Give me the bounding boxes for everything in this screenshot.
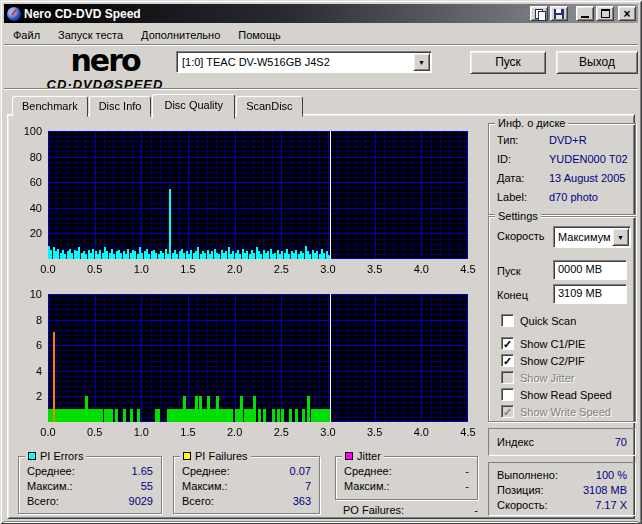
checkbox-label: Show Write Speed	[520, 406, 611, 418]
disc-label-value: d70 photo	[549, 191, 598, 203]
checkbox-label: Show C1/PIE	[520, 338, 585, 350]
title-bar: Nero CD-DVD Speed ×	[4, 4, 638, 23]
pages-icon	[535, 9, 544, 19]
speed-status-value: 7.17 X	[595, 499, 627, 511]
y-axis-tick-label: 60	[8, 176, 42, 188]
stat-label: Максим.:	[182, 480, 228, 492]
stat-value: 9029	[129, 495, 153, 507]
pi-errors-color-swatch	[28, 452, 36, 460]
disc-label-label: Label:	[497, 191, 527, 203]
stat-label: Среднее:	[27, 465, 75, 477]
window-title: Nero CD-DVD Speed	[24, 7, 528, 21]
y-axis-tick-label: 6	[8, 339, 42, 351]
exit-button[interactable]: Выход	[556, 51, 638, 74]
y-axis-tick-label: 10	[8, 288, 42, 300]
drive-select[interactable]: [1:0] TEAC DV-W516GB J4S2 ▼	[176, 51, 432, 73]
nero-logo: nero CD·DVDØSPEED	[30, 46, 180, 91]
speed-select[interactable]: Максимум ▼	[553, 226, 631, 248]
settings-group: Settings Скорость Максимум ▼ Пуск 0000 M…	[488, 216, 636, 422]
x-axis-tick-label: 1.5	[173, 426, 203, 438]
stat-value: 1.65	[132, 465, 153, 477]
speed-select-arrow[interactable]: ▼	[612, 228, 629, 246]
index-value: 70	[615, 436, 627, 448]
menu-run-test[interactable]: Запуск теста	[49, 27, 132, 43]
copy-report-button[interactable]	[530, 6, 548, 21]
drive-select-arrow[interactable]: ▼	[413, 53, 430, 71]
stat-value: 0.07	[290, 465, 311, 477]
stat-label: Максим.:	[344, 480, 390, 492]
x-axis-tick-label: 0.5	[80, 263, 110, 275]
stat-value: -	[465, 465, 469, 477]
y-axis-tick-label: 8	[8, 314, 42, 326]
disc-type-label: Тип:	[497, 134, 518, 146]
x-axis-tick-label: 3.0	[313, 263, 343, 275]
tab-disc-info[interactable]: Disc Info	[89, 96, 152, 117]
disc-date-value: 13 August 2005	[549, 172, 625, 184]
x-axis-tick-label: 2.0	[220, 263, 250, 275]
menu-help[interactable]: Помощь	[229, 27, 290, 43]
quick-scan-checkbox[interactable]: Quick Scan	[501, 314, 576, 327]
show-c1-pie-checkbox[interactable]: Show C1/PIE	[501, 337, 585, 350]
test-status-panel: Выполнено:100 % Позиция:3108 MB Скорость…	[488, 462, 636, 516]
start-button[interactable]: Пуск	[470, 51, 546, 74]
x-axis-tick-label: 1.5	[173, 263, 203, 275]
tab-scandisc[interactable]: ScanDisc	[236, 96, 302, 117]
disc-info-title: Инф. о диске	[495, 117, 568, 129]
maximize-button[interactable]	[596, 6, 614, 21]
stat-value: 55	[141, 480, 153, 492]
checkbox-box	[501, 314, 514, 327]
app-icon	[7, 7, 21, 21]
minimize-button[interactable]	[576, 6, 594, 21]
position-label: Позиция:	[497, 484, 544, 496]
scan-start-label: Пуск	[497, 265, 521, 277]
show-c2-pif-checkbox[interactable]: Show C2/PIF	[501, 354, 585, 367]
jitter-color-swatch	[345, 452, 353, 460]
x-axis-tick-label: 4.0	[406, 426, 436, 438]
speed-status-label: Скорость:	[497, 499, 548, 511]
tab-disc-quality[interactable]: Disc Quality	[152, 94, 235, 119]
menu-file[interactable]: Файл	[4, 27, 49, 43]
save-button[interactable]	[550, 6, 568, 21]
checkbox-box	[501, 388, 514, 401]
show-read-speed-checkbox[interactable]: Show Read Speed	[501, 388, 612, 401]
chevron-down-icon: ▼	[617, 234, 624, 241]
settings-title: Settings	[495, 210, 541, 222]
disc-id-value: YUDEN000 T02	[549, 153, 628, 165]
pi-errors-title-text: PI Errors	[40, 450, 83, 462]
window-bottom-groove	[4, 521, 638, 523]
tab-benchmark[interactable]: Benchmark	[12, 96, 88, 117]
scan-end-input[interactable]: 3109 MB	[553, 284, 627, 304]
drive-select-value: [1:0] TEAC DV-W516GB J4S2	[177, 56, 413, 68]
show-write-speed-checkbox: Show Write Speed	[501, 405, 611, 418]
y-axis-tick-label: 2	[8, 390, 42, 402]
x-axis-tick-label: 0.5	[80, 426, 110, 438]
pi-failures-stats-group: PI Failures Среднее:0.07 Максим.:7 Всего…	[173, 456, 320, 514]
x-axis-tick-label: 2.5	[266, 426, 296, 438]
minimize-icon	[581, 16, 589, 18]
x-axis-tick-label: 2.0	[220, 426, 250, 438]
floppy-save-icon	[554, 9, 564, 19]
x-axis-tick-label: 3.5	[360, 263, 390, 275]
stat-value: 7	[305, 480, 311, 492]
scan-start-input[interactable]: 0000 MB	[553, 260, 627, 280]
x-axis-tick-label: 4.5	[453, 263, 483, 275]
close-button[interactable]: ×	[618, 6, 636, 21]
x-axis-tick-label: 0.0	[33, 263, 63, 275]
x-axis-tick-label: 4.0	[406, 263, 436, 275]
y-axis-tick-label: 80	[8, 151, 42, 163]
index-label: Индекс	[497, 436, 534, 448]
checkbox-label: Show Jitter	[520, 372, 574, 384]
menu-extra[interactable]: Дополнительно	[132, 27, 229, 43]
po-failures-row: PO Failures: -	[343, 504, 478, 516]
application-window: Nero CD-DVD Speed × Файл Запуск теста До…	[0, 0, 642, 524]
x-axis-tick-label: 1.0	[126, 263, 156, 275]
checkbox-box	[501, 371, 514, 384]
x-axis-tick-label: 4.5	[453, 426, 483, 438]
checkbox-label: Show C2/PIF	[520, 355, 585, 367]
stat-label: Максим.:	[27, 480, 73, 492]
jitter-stats-group: Jitter Среднее:- Максим.:-	[335, 456, 478, 500]
speed-label: Скорость	[497, 230, 545, 242]
y-axis-tick-label: 100	[8, 125, 42, 137]
x-axis-tick-label: 3.5	[360, 426, 390, 438]
disc-info-group: Инф. о диске Тип:DVD+R ID:YUDEN000 T02 Д…	[488, 123, 636, 215]
